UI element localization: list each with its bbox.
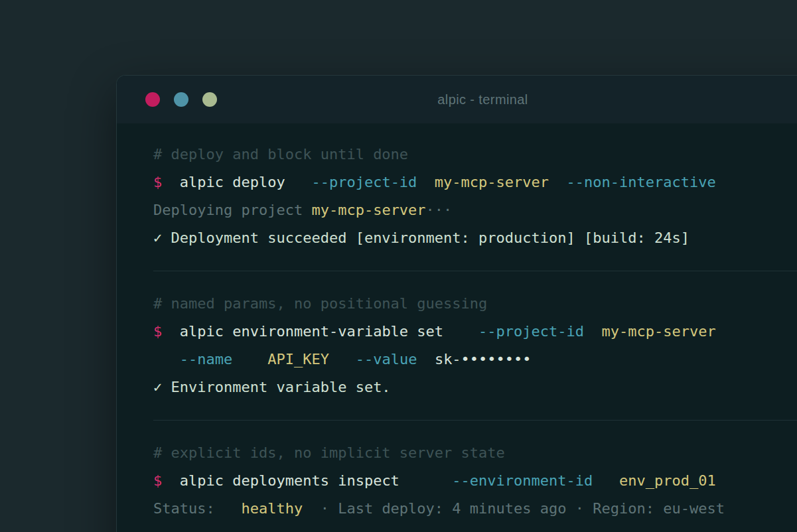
- terminal-command-line: $ alpic deploy --project-id my-mcp-serve…: [153, 168, 797, 196]
- terminal-text-success: ✓ Environment variable set.: [153, 379, 391, 395]
- terminal-command-line: $ alpic environment-variable set --proje…: [153, 318, 797, 346]
- terminal-output-line: ✓ Deployment succeeded [environment: pro…: [153, 224, 797, 252]
- terminal-comment-line: # named params, no positional guessing: [153, 290, 797, 318]
- window-title: alpic - terminal: [117, 76, 797, 123]
- terminal-output-line: Deploying project my-mcp-server···: [153, 196, 797, 224]
- terminal-text-flag: --project-id: [311, 174, 417, 190]
- terminal-output-line: Status: healthy · Last deploy: 4 minutes…: [153, 495, 797, 523]
- terminal-text-flag: --project-id: [478, 323, 584, 340]
- terminal-text-value: healthy: [241, 500, 303, 517]
- minimize-button[interactable]: [174, 92, 188, 107]
- terminal-text-prompt: $: [153, 472, 162, 489]
- terminal-text-flag: --environment-id: [452, 472, 593, 489]
- terminal-text-base: alpic environment-variable set: [162, 323, 478, 340]
- section-divider: [153, 271, 797, 271]
- terminal-text-base: alpic deploy: [162, 174, 311, 190]
- terminal-output: # deploy and block until done$ alpic dep…: [117, 123, 797, 523]
- terminal-text-value: my-mcp-server: [311, 202, 425, 218]
- terminal-text-prompt: $: [153, 174, 162, 190]
- terminal-text-base: [153, 351, 180, 367]
- terminal-text-value: API_KEY: [232, 351, 329, 367]
- terminal-text-flag: --non-interactive: [549, 174, 716, 190]
- terminal-text-success: ✓ Deployment succeeded [environment: pro…: [153, 230, 689, 246]
- terminal-text-prompt: $: [153, 323, 162, 340]
- terminal-command-line: --name API_KEY --value sk-••••••••: [153, 346, 797, 373]
- section-divider: [153, 420, 797, 421]
- terminal-text-comment: # deploy and block until done: [153, 146, 408, 163]
- terminal-text-value: env_prod_01: [593, 472, 715, 489]
- terminal-text-muted: ···: [426, 202, 453, 218]
- close-button[interactable]: [145, 92, 160, 107]
- terminal-text-muted: · Last deploy: 4 minutes ago · Region: e…: [303, 500, 725, 517]
- terminal-window: alpic - terminal # deploy and block unti…: [116, 75, 797, 532]
- traffic-light-buttons: [117, 92, 217, 107]
- terminal-text-comment: # named params, no positional guessing: [153, 295, 487, 312]
- terminal-command-line: $ alpic deployments inspect --environmen…: [153, 467, 797, 495]
- terminal-output-line: ✓ Environment variable set.: [153, 373, 797, 401]
- zoom-button[interactable]: [202, 92, 217, 107]
- terminal-text-muted: Status:: [153, 500, 241, 517]
- terminal-text-flag: --value: [329, 351, 417, 367]
- terminal-text-muted: Deploying project: [153, 202, 311, 218]
- terminal-text-value: my-mcp-server: [417, 174, 549, 190]
- terminal-text-comment: # explicit ids, no implicit server state: [153, 444, 505, 461]
- terminal-comment-line: # deploy and block until done: [153, 141, 797, 168]
- terminal-text-flag: --name: [180, 351, 232, 367]
- terminal-text-base: alpic deployments inspect: [162, 472, 452, 489]
- terminal-text-base: sk-••••••••: [417, 351, 531, 367]
- window-titlebar: alpic - terminal: [117, 76, 797, 123]
- terminal-comment-line: # explicit ids, no implicit server state: [153, 439, 797, 467]
- terminal-text-value: my-mcp-server: [584, 323, 716, 340]
